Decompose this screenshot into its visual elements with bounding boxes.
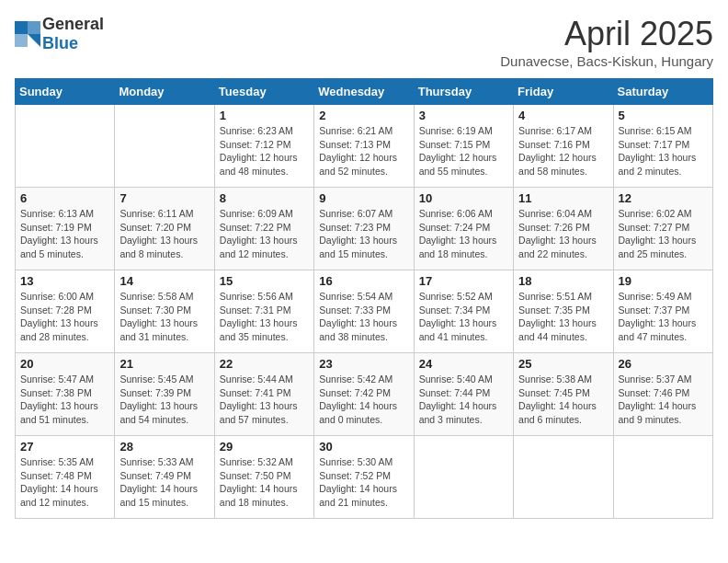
day-number: 19 — [619, 274, 708, 288]
day-number: 22 — [220, 357, 309, 371]
svg-marker-3 — [28, 34, 40, 47]
calendar-cell — [414, 436, 513, 519]
day-number: 26 — [619, 357, 708, 371]
calendar-cell: 12Sunrise: 6:02 AM Sunset: 7:27 PM Dayli… — [613, 188, 712, 270]
calendar-cell: 29Sunrise: 5:32 AM Sunset: 7:50 PM Dayli… — [214, 436, 313, 519]
day-number: 28 — [119, 440, 209, 454]
day-info: Sunrise: 5:49 AM Sunset: 7:37 PM Dayligh… — [619, 290, 708, 344]
calendar-cell: 1Sunrise: 6:23 AM Sunset: 7:12 PM Daylig… — [214, 105, 313, 188]
calendar-cell: 20Sunrise: 5:47 AM Sunset: 7:38 PM Dayli… — [16, 353, 115, 436]
day-number: 11 — [518, 191, 608, 205]
calendar-cell: 6Sunrise: 6:13 AM Sunset: 7:19 PM Daylig… — [16, 188, 115, 270]
day-info: Sunrise: 6:00 AM Sunset: 7:28 PM Dayligh… — [20, 290, 109, 344]
calendar-subtitle: Dunavecse, Bacs-Kiskun, Hungary — [500, 53, 713, 69]
calendar-cell: 27Sunrise: 5:35 AM Sunset: 7:48 PM Dayli… — [16, 436, 115, 519]
day-info: Sunrise: 6:04 AM Sunset: 7:26 PM Dayligh… — [518, 207, 608, 261]
day-info: Sunrise: 6:06 AM Sunset: 7:24 PM Dayligh… — [419, 207, 508, 261]
calendar-cell: 11Sunrise: 6:04 AM Sunset: 7:26 PM Dayli… — [514, 188, 613, 270]
calendar-cell: 18Sunrise: 5:51 AM Sunset: 7:35 PM Dayli… — [514, 270, 613, 353]
day-number: 18 — [518, 274, 608, 288]
calendar-cell — [16, 105, 115, 188]
calendar-cell: 4Sunrise: 6:17 AM Sunset: 7:16 PM Daylig… — [514, 105, 613, 188]
calendar-cell: 30Sunrise: 5:30 AM Sunset: 7:52 PM Dayli… — [314, 436, 414, 519]
day-info: Sunrise: 5:47 AM Sunset: 7:38 PM Dayligh… — [20, 373, 109, 427]
day-info: Sunrise: 6:15 AM Sunset: 7:17 PM Dayligh… — [619, 124, 708, 178]
day-number: 17 — [419, 274, 508, 288]
day-number: 2 — [319, 109, 408, 122]
day-number: 21 — [119, 357, 209, 371]
day-number: 6 — [20, 191, 109, 205]
day-info: Sunrise: 5:52 AM Sunset: 7:34 PM Dayligh… — [419, 290, 508, 344]
day-number: 4 — [518, 109, 608, 122]
day-info: Sunrise: 5:33 AM Sunset: 7:49 PM Dayligh… — [119, 455, 209, 510]
calendar-week-row: 1Sunrise: 6:23 AM Sunset: 7:12 PM Daylig… — [16, 105, 713, 188]
day-number: 7 — [119, 191, 209, 205]
weekday-header-row: SundayMondayTuesdayWednesdayThursdayFrid… — [16, 79, 713, 105]
weekday-header-sunday: Sunday — [16, 79, 115, 105]
day-info: Sunrise: 5:56 AM Sunset: 7:31 PM Dayligh… — [220, 290, 309, 344]
calendar-cell: 17Sunrise: 5:52 AM Sunset: 7:34 PM Dayli… — [414, 270, 513, 353]
calendar-cell: 26Sunrise: 5:37 AM Sunset: 7:46 PM Dayli… — [613, 353, 712, 436]
day-info: Sunrise: 6:17 AM Sunset: 7:16 PM Dayligh… — [518, 124, 608, 178]
calendar-cell: 10Sunrise: 6:06 AM Sunset: 7:24 PM Dayli… — [414, 188, 513, 270]
calendar-cell: 2Sunrise: 6:21 AM Sunset: 7:13 PM Daylig… — [314, 105, 414, 188]
day-info: Sunrise: 5:38 AM Sunset: 7:45 PM Dayligh… — [518, 373, 608, 427]
day-info: Sunrise: 6:07 AM Sunset: 7:23 PM Dayligh… — [319, 207, 408, 261]
svg-rect-1 — [28, 21, 40, 34]
calendar-cell: 19Sunrise: 5:49 AM Sunset: 7:37 PM Dayli… — [613, 270, 712, 353]
day-info: Sunrise: 5:45 AM Sunset: 7:39 PM Dayligh… — [119, 373, 209, 427]
day-info: Sunrise: 5:44 AM Sunset: 7:41 PM Dayligh… — [220, 373, 309, 427]
weekday-header-wednesday: Wednesday — [314, 79, 414, 105]
page-header: General Blue April 2025 Dunavecse, Bacs-… — [15, 15, 713, 69]
weekday-header-tuesday: Tuesday — [214, 79, 313, 105]
day-info: Sunrise: 6:19 AM Sunset: 7:15 PM Dayligh… — [419, 124, 508, 178]
calendar-cell: 13Sunrise: 6:00 AM Sunset: 7:28 PM Dayli… — [16, 270, 115, 353]
calendar-cell: 23Sunrise: 5:42 AM Sunset: 7:42 PM Dayli… — [314, 353, 414, 436]
svg-rect-2 — [15, 34, 28, 47]
day-number: 23 — [319, 357, 408, 371]
calendar-cell: 24Sunrise: 5:40 AM Sunset: 7:44 PM Dayli… — [414, 353, 513, 436]
calendar-cell: 5Sunrise: 6:15 AM Sunset: 7:17 PM Daylig… — [613, 105, 712, 188]
day-number: 25 — [518, 357, 608, 371]
day-number: 14 — [119, 274, 209, 288]
day-info: Sunrise: 5:30 AM Sunset: 7:52 PM Dayligh… — [319, 455, 408, 510]
calendar-cell — [514, 436, 613, 519]
logo-icon — [15, 21, 40, 47]
calendar-cell — [115, 105, 214, 188]
weekday-header-friday: Friday — [514, 79, 613, 105]
calendar-cell: 28Sunrise: 5:33 AM Sunset: 7:49 PM Dayli… — [115, 436, 214, 519]
day-info: Sunrise: 5:37 AM Sunset: 7:46 PM Dayligh… — [619, 373, 708, 427]
calendar-week-row: 6Sunrise: 6:13 AM Sunset: 7:19 PM Daylig… — [16, 188, 713, 270]
day-number: 5 — [619, 109, 708, 122]
calendar-cell: 8Sunrise: 6:09 AM Sunset: 7:22 PM Daylig… — [214, 188, 313, 270]
day-number: 29 — [220, 440, 309, 454]
calendar-cell — [613, 436, 712, 519]
calendar-cell: 22Sunrise: 5:44 AM Sunset: 7:41 PM Dayli… — [214, 353, 313, 436]
calendar-cell: 9Sunrise: 6:07 AM Sunset: 7:23 PM Daylig… — [314, 188, 414, 270]
day-info: Sunrise: 5:51 AM Sunset: 7:35 PM Dayligh… — [518, 290, 608, 344]
day-info: Sunrise: 6:09 AM Sunset: 7:22 PM Dayligh… — [220, 207, 309, 261]
day-number: 13 — [20, 274, 109, 288]
calendar-cell: 7Sunrise: 6:11 AM Sunset: 7:20 PM Daylig… — [115, 188, 214, 270]
day-number: 16 — [319, 274, 408, 288]
day-number: 12 — [619, 191, 708, 205]
calendar-week-row: 13Sunrise: 6:00 AM Sunset: 7:28 PM Dayli… — [16, 270, 713, 353]
day-info: Sunrise: 6:13 AM Sunset: 7:19 PM Dayligh… — [20, 207, 109, 261]
calendar-cell: 3Sunrise: 6:19 AM Sunset: 7:15 PM Daylig… — [414, 105, 513, 188]
calendar-cell: 14Sunrise: 5:58 AM Sunset: 7:30 PM Dayli… — [115, 270, 214, 353]
title-block: April 2025 Dunavecse, Bacs-Kiskun, Hunga… — [500, 15, 713, 69]
weekday-header-saturday: Saturday — [613, 79, 712, 105]
day-number: 30 — [319, 440, 408, 454]
svg-rect-0 — [15, 21, 28, 34]
day-number: 10 — [419, 191, 508, 205]
calendar-body: 1Sunrise: 6:23 AM Sunset: 7:12 PM Daylig… — [16, 105, 713, 519]
day-number: 24 — [419, 357, 508, 371]
day-number: 3 — [419, 109, 508, 122]
calendar-cell: 25Sunrise: 5:38 AM Sunset: 7:45 PM Dayli… — [514, 353, 613, 436]
day-info: Sunrise: 5:40 AM Sunset: 7:44 PM Dayligh… — [419, 373, 508, 427]
day-number: 15 — [220, 274, 309, 288]
day-info: Sunrise: 6:23 AM Sunset: 7:12 PM Dayligh… — [220, 124, 309, 178]
calendar-header: SundayMondayTuesdayWednesdayThursdayFrid… — [16, 79, 713, 105]
calendar-cell: 15Sunrise: 5:56 AM Sunset: 7:31 PM Dayli… — [214, 270, 313, 353]
day-number: 27 — [20, 440, 109, 454]
